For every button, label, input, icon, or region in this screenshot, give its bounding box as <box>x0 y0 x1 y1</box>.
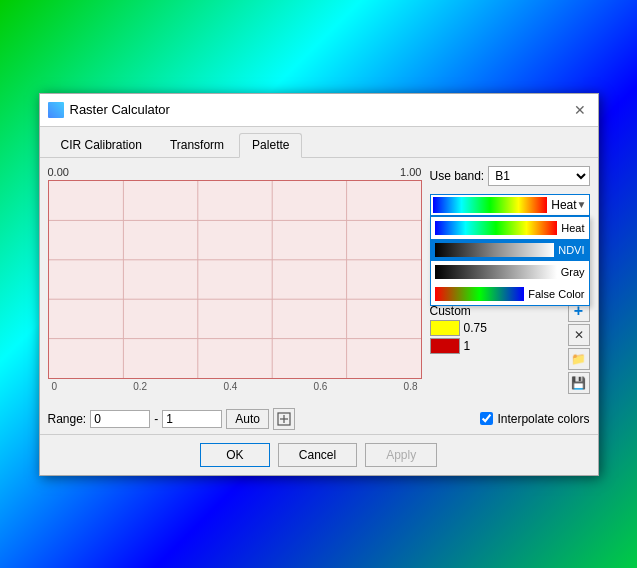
ok-button[interactable]: OK <box>200 443 270 467</box>
custom-label: Custom <box>430 304 564 318</box>
main-content: 0.00 1.00 0 <box>40 158 598 402</box>
close-button[interactable]: ✕ <box>570 100 590 120</box>
range-label: Range: <box>48 412 87 426</box>
custom-row-0: 0.75 <box>430 320 564 336</box>
heat1-preview <box>435 221 558 235</box>
ndvi-label: NDVI <box>558 244 584 256</box>
ndvi-preview <box>435 243 555 257</box>
selected-palette-preview <box>433 197 548 213</box>
chart-grid-svg <box>49 181 421 378</box>
palette-option-gray[interactable]: Gray <box>431 261 589 283</box>
palette-option-ndvi[interactable]: NDVI <box>431 239 589 261</box>
right-panel: Use band: B1 Heat ▼ Heat <box>430 166 590 394</box>
custom-color-swatch-0[interactable] <box>430 320 460 336</box>
interpolate-checkbox[interactable] <box>480 412 493 425</box>
custom-value-0: 0.75 <box>464 321 487 335</box>
dialog-footer: OK Cancel Apply <box>40 434 598 475</box>
palette-list: Custom 0.75 1 <box>430 300 564 394</box>
x-label-2: 0.4 <box>223 381 237 392</box>
gray-preview <box>435 265 557 279</box>
palette-option-heat1[interactable]: Heat <box>431 217 589 239</box>
open-palette-button[interactable]: 📁 <box>568 348 590 370</box>
title-bar: Raster Calculator ✕ <box>40 94 598 127</box>
apply-button[interactable]: Apply <box>365 443 437 467</box>
remove-color-button[interactable]: ✕ <box>568 324 590 346</box>
palette-controls: Custom 0.75 1 + ✕ 📁 <box>430 300 590 394</box>
x-label-4: 0.8 <box>404 381 418 392</box>
chart-labels-top: 0.00 1.00 <box>48 166 422 178</box>
side-buttons: + ✕ 📁 💾 <box>568 300 590 394</box>
interpolate-label: Interpolate colors <box>497 412 589 426</box>
custom-section: Custom 0.75 1 <box>430 304 564 354</box>
custom-value-1: 1 <box>464 339 471 353</box>
chart-section: 0.00 1.00 0 <box>48 166 422 394</box>
band-select[interactable]: B1 <box>488 166 589 186</box>
raster-calculator-dialog: Raster Calculator ✕ CIR Calibration Tran… <box>39 93 599 476</box>
save-palette-button[interactable]: 💾 <box>568 372 590 394</box>
use-band-row: Use band: B1 <box>430 166 590 186</box>
use-band-label: Use band: <box>430 169 485 183</box>
range-row: Range: - Auto Interpolate colors <box>40 402 598 434</box>
x-label-0: 0 <box>52 381 58 392</box>
palette-dropdown: Heat ▼ Heat NDVI Gray <box>430 194 590 216</box>
interpolate-row: Interpolate colors <box>480 412 589 426</box>
heat1-label: Heat <box>561 222 584 234</box>
chart-x-axis: 0 0.2 0.4 0.6 0.8 <box>48 379 422 394</box>
auto-button[interactable]: Auto <box>226 409 269 429</box>
cancel-button[interactable]: Cancel <box>278 443 357 467</box>
tab-bar: CIR Calibration Transform Palette <box>40 127 598 158</box>
selected-palette-name: Heat <box>551 198 576 212</box>
custom-row-1: 1 <box>430 338 564 354</box>
palette-dropdown-button[interactable]: Heat ▼ <box>430 194 590 216</box>
palette-option-false-color[interactable]: False Color <box>431 283 589 305</box>
custom-color-swatch-1[interactable] <box>430 338 460 354</box>
x-label-3: 0.6 <box>313 381 327 392</box>
range-separator: - <box>154 412 158 426</box>
dialog-icon <box>48 102 64 118</box>
dropdown-arrow-icon: ▼ <box>577 199 587 210</box>
x-label-1: 0.2 <box>133 381 147 392</box>
tab-transform[interactable]: Transform <box>157 133 237 157</box>
chart-top-left: 0.00 <box>48 166 69 178</box>
chart-area <box>48 180 422 379</box>
range-to-input[interactable] <box>162 410 222 428</box>
chart-top-right: 1.00 <box>400 166 421 178</box>
dialog-title: Raster Calculator <box>70 102 170 117</box>
gray-label: Gray <box>561 266 585 278</box>
range-from-input[interactable] <box>90 410 150 428</box>
tab-palette[interactable]: Palette <box>239 133 302 158</box>
tab-cir-calibration[interactable]: CIR Calibration <box>48 133 155 157</box>
title-bar-left: Raster Calculator <box>48 102 170 118</box>
palette-dropdown-menu: Heat NDVI Gray False Color <box>430 216 590 306</box>
range-icon-button[interactable] <box>273 408 295 430</box>
range-icon-svg <box>277 412 291 426</box>
false-color-label: False Color <box>528 288 584 300</box>
false-color-preview <box>435 287 525 301</box>
